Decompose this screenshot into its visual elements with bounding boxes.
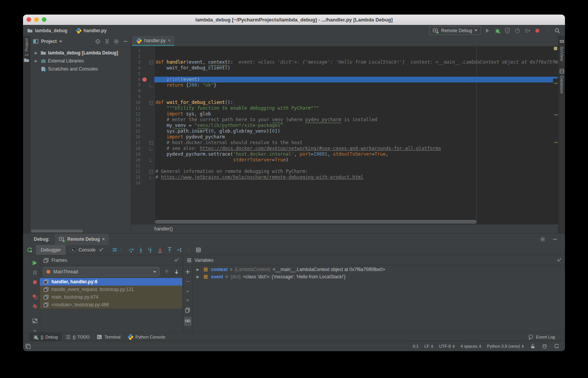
fold-end-icon[interactable] [150, 84, 153, 87]
toolwindow-button----debug[interactable]: 5: Debug [29, 333, 61, 341]
status-item-lf[interactable]: LF [424, 344, 433, 348]
toolbar-button-project[interactable]: 1: Project [23, 38, 30, 63]
layout-icon[interactable] [32, 318, 38, 324]
fold-end-icon[interactable] [150, 176, 153, 179]
fold-gutter[interactable] [148, 88, 154, 94]
breakpoint-gutter[interactable] [140, 134, 148, 140]
fold-gutter[interactable] [148, 48, 154, 54]
project-tree-item[interactable]: ▶lambda_debug [Lambda Debug] [30, 49, 131, 57]
status-item-python-3-8--venv-[interactable]: Python 3.8 (venv) [487, 344, 524, 348]
event-log-button[interactable]: Event Log [528, 334, 565, 340]
breakpoint-gutter[interactable] [140, 100, 148, 105]
breakpoint-gutter[interactable] [140, 59, 148, 65]
code-text[interactable] [154, 180, 553, 186]
breadcrumb-file[interactable]: handler.py [84, 28, 107, 33]
toolwindow-button----todo[interactable]: 6: TODO [61, 333, 93, 341]
pin-icon[interactable] [173, 257, 179, 263]
breakpoint-icon[interactable] [142, 77, 147, 82]
breakpoint-gutter[interactable] [140, 128, 148, 134]
fold-gutter[interactable] [148, 54, 154, 59]
expand-icon[interactable]: ▶ [197, 275, 200, 279]
code-line-7[interactable]: 7 return {200: "ok"} [131, 82, 553, 88]
breakpoint-gutter[interactable] [140, 169, 148, 174]
code-line-4[interactable]: 4 wait_for_debug_client() [131, 65, 553, 71]
breakpoint-gutter[interactable] [140, 180, 148, 186]
run-configuration-selector[interactable]: Remote Debug [429, 26, 481, 35]
stripe-mark-current-line[interactable] [553, 77, 558, 79]
code-text[interactable] [154, 54, 553, 59]
chevron-down-icon[interactable] [59, 41, 62, 43]
code-line-10[interactable]: 10def wait_for_debug_client(): [131, 100, 553, 105]
breakpoint-gutter[interactable] [140, 94, 148, 100]
code-text[interactable]: """Utility function to enable debugging … [154, 105, 553, 111]
breakpoint-gutter[interactable] [140, 151, 148, 157]
fold-gutter[interactable] [148, 82, 154, 88]
fold-marker-icon[interactable] [149, 61, 153, 64]
step-into-icon[interactable] [138, 247, 144, 253]
code-text[interactable]: wait_for_debug_client() [154, 65, 553, 71]
code-line-14[interactable]: 14 my_venv = "venv/lib/python*/site-pack… [131, 123, 553, 128]
breakpoint-gutter[interactable] [140, 65, 148, 71]
fold-gutter[interactable] [148, 157, 154, 163]
fold-end-icon[interactable] [150, 159, 153, 162]
stripe-mark[interactable] [554, 83, 558, 84]
stack-frame-row[interactable]: main, bootstrap.py:474 [40, 293, 182, 301]
update-icon[interactable]: ? [553, 343, 560, 349]
code-line-12[interactable]: 12 import sys, glob [131, 111, 553, 117]
code-line-22[interactable]: 22# General information on remote debugg… [131, 169, 553, 174]
hide-icon[interactable] [122, 38, 129, 44]
force-step-into-icon[interactable] [147, 247, 154, 253]
collapse-all-icon[interactable] [104, 38, 110, 44]
previous-frame-icon[interactable] [164, 269, 170, 275]
fold-gutter[interactable] [148, 65, 154, 71]
fold-gutter[interactable] [148, 180, 154, 186]
code-text[interactable]: import pydevd_pycharm [154, 134, 553, 140]
error-stripe[interactable] [553, 46, 558, 225]
editor-horizontal-scrollbar[interactable] [155, 220, 476, 224]
fold-end-icon[interactable] [150, 147, 153, 150]
step-out-block-icon[interactable] [157, 247, 163, 253]
settings-icon[interactable] [113, 38, 119, 44]
stack-frame-row[interactable]: handle_event_request, bootstrap.py:131 [40, 286, 182, 293]
fold-gutter[interactable] [148, 94, 154, 100]
search-icon[interactable] [554, 28, 560, 34]
stop-icon[interactable] [32, 279, 38, 285]
add-icon[interactable] [185, 269, 191, 275]
next-frame-icon[interactable] [173, 269, 180, 275]
fold-gutter[interactable] [148, 146, 154, 151]
step-over-icon[interactable] [128, 247, 134, 253]
fold-gutter[interactable] [148, 59, 154, 65]
code-line-16[interactable]: 16 import pydevd_pycharm [131, 134, 553, 140]
view-breakpoints-icon[interactable] [32, 294, 38, 300]
resume-icon[interactable] [32, 260, 38, 266]
breakpoint-gutter[interactable] [140, 54, 148, 59]
run-icon[interactable] [484, 28, 491, 34]
fold-gutter[interactable] [148, 174, 154, 180]
stripe-mark[interactable] [554, 142, 558, 143]
profiler-icon[interactable] [514, 28, 520, 34]
stack-frame-row[interactable]: handler, handler.py:6 [40, 278, 182, 286]
fold-gutter[interactable] [148, 140, 154, 146]
caret-position[interactable]: 6:1 [413, 344, 418, 348]
fold-gutter[interactable] [148, 169, 154, 174]
fold-marker-icon[interactable] [149, 101, 153, 105]
code-text[interactable]: print(event) [154, 77, 553, 82]
chevron-right-icon[interactable]: ▶ [33, 59, 39, 63]
stack-frame-row[interactable]: <module>, bootstrap.py:486 [40, 301, 182, 309]
mute-breakpoints-icon[interactable] [32, 303, 38, 309]
toolwindow-button-terminal[interactable]: Terminal [93, 333, 124, 341]
inspection-indicator[interactable] [554, 47, 557, 50]
pin-icon[interactable] [98, 247, 104, 253]
breakpoint-gutter[interactable] [140, 140, 148, 146]
code-text[interactable]: # https://www.jetbrains.com/help/pycharm… [154, 174, 553, 180]
toolwindow-button-python-console[interactable]: Python Console [124, 333, 169, 341]
status-item-4-spaces[interactable]: 4 spaces [461, 344, 481, 348]
fold-gutter[interactable] [148, 111, 154, 117]
code-text[interactable]: # host.docker.internal should resolve to… [154, 140, 553, 146]
code-line-5[interactable]: 5 [131, 71, 553, 77]
hide-panel-icon[interactable] [552, 236, 558, 242]
breakpoint-gutter[interactable] [140, 71, 148, 77]
breadcrumb-project[interactable]: lambda_debug [35, 28, 68, 33]
toolbar-button-database[interactable]: Database [558, 68, 565, 94]
stop-icon[interactable] [534, 28, 540, 34]
